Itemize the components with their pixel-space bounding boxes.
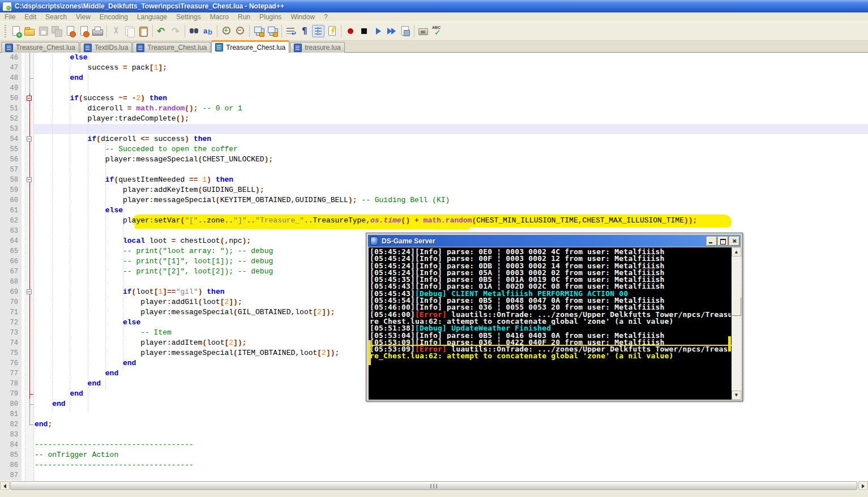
tab-1-treasure-chest-lua[interactable]: Treasure_Chest.lua bbox=[1, 42, 79, 53]
fold-margin[interactable] bbox=[25, 216, 34, 226]
menu-encoding[interactable]: Encoding bbox=[95, 12, 132, 22]
fold-margin[interactable] bbox=[25, 93, 34, 104]
tab-2-textids-lua[interactable]: TextIDs.lua bbox=[80, 42, 132, 53]
fold-margin[interactable] bbox=[25, 307, 34, 318]
fold-margin[interactable] bbox=[25, 409, 34, 419]
fold-margin[interactable] bbox=[25, 124, 34, 134]
fold-margin[interactable] bbox=[25, 246, 34, 256]
fold-margin[interactable] bbox=[25, 470, 34, 481]
fold-margin[interactable] bbox=[25, 297, 34, 307]
fold-margin[interactable] bbox=[25, 450, 34, 460]
menu-macro[interactable]: Macro bbox=[206, 12, 233, 22]
scroll-right-button[interactable] bbox=[858, 481, 868, 490]
fold-margin[interactable] bbox=[25, 399, 34, 409]
paste-icon[interactable] bbox=[137, 25, 149, 37]
fold-margin[interactable] bbox=[25, 419, 34, 430]
fold-margin[interactable] bbox=[25, 440, 34, 450]
scroll-down-button[interactable]: ▼ bbox=[732, 391, 741, 400]
zoom-in-icon[interactable] bbox=[220, 25, 233, 37]
show-all-chars-icon[interactable] bbox=[298, 25, 311, 37]
print-icon[interactable] bbox=[91, 25, 104, 37]
scrollbar-thumb[interactable] bbox=[732, 297, 741, 316]
scrollbar-thumb[interactable] bbox=[10, 481, 857, 490]
tab-3-treasure-chest-lua[interactable]: Treasure_Chest.lua bbox=[132, 42, 211, 53]
fold-collapse-box[interactable] bbox=[27, 136, 32, 142]
maximize-button[interactable] bbox=[718, 237, 728, 246]
scrollbar-grip[interactable] bbox=[430, 484, 437, 489]
spell-check-icon[interactable] bbox=[431, 25, 443, 37]
menu-settings[interactable]: Settings bbox=[172, 12, 205, 22]
macro-save-icon[interactable] bbox=[399, 25, 411, 37]
fold-collapse-box[interactable] bbox=[27, 289, 32, 294]
close-all-icon[interactable] bbox=[78, 25, 90, 37]
horizontal-scrollbar[interactable] bbox=[0, 481, 868, 490]
fold-margin[interactable] bbox=[25, 73, 34, 83]
fold-margin[interactable] bbox=[25, 369, 34, 379]
fold-margin[interactable] bbox=[25, 389, 34, 399]
replace-icon[interactable] bbox=[202, 25, 214, 37]
fold-margin[interactable] bbox=[25, 155, 34, 165]
fold-margin[interactable] bbox=[25, 358, 34, 369]
doc-monitor-icon[interactable] bbox=[417, 25, 430, 37]
menu-run[interactable]: Run bbox=[233, 12, 255, 22]
fold-collapse-box[interactable] bbox=[27, 96, 32, 101]
find-icon[interactable] bbox=[188, 25, 200, 37]
open-file-icon[interactable] bbox=[23, 25, 36, 37]
indent-guide-icon[interactable] bbox=[312, 25, 324, 37]
close-file-icon[interactable] bbox=[64, 25, 76, 37]
macro-multi-icon[interactable] bbox=[385, 25, 397, 37]
fold-margin[interactable] bbox=[25, 256, 34, 267]
fold-margin[interactable] bbox=[25, 175, 34, 185]
sync-horizontal-icon[interactable] bbox=[266, 25, 279, 37]
fold-margin[interactable] bbox=[25, 185, 34, 195]
fold-margin[interactable] bbox=[25, 63, 34, 73]
fold-margin[interactable] bbox=[25, 53, 34, 63]
fold-margin[interactable] bbox=[25, 104, 34, 114]
fold-margin[interactable] bbox=[25, 226, 34, 236]
menu-file[interactable]: File bbox=[0, 12, 20, 22]
sync-vertical-icon[interactable] bbox=[253, 25, 265, 37]
console-scrollbar[interactable]: ▲ ▼ bbox=[732, 247, 741, 400]
scroll-up-button[interactable]: ▲ bbox=[732, 247, 741, 256]
fold-margin[interactable] bbox=[25, 236, 34, 246]
minimize-button[interactable] bbox=[707, 237, 717, 246]
toolbar-grip[interactable] bbox=[5, 25, 6, 37]
fold-margin[interactable] bbox=[25, 430, 34, 440]
new-file-icon[interactable] bbox=[10, 25, 22, 37]
fold-margin[interactable] bbox=[25, 267, 34, 277]
fold-margin[interactable] bbox=[25, 277, 34, 287]
tab-5-treasure-lua[interactable]: treasure.lua bbox=[290, 42, 344, 53]
menu-view[interactable]: View bbox=[71, 12, 95, 22]
menu-language[interactable]: Language bbox=[132, 12, 172, 22]
ds-game-server-window[interactable]: DS-Game Server [05:45:24][Info] parse: 0… bbox=[366, 233, 743, 401]
macro-record-icon[interactable] bbox=[344, 25, 357, 37]
menu-edit[interactable]: Edit bbox=[20, 12, 41, 22]
tab-4-treasure-chest-lua[interactable]: Treasure_Chest.lua bbox=[211, 40, 289, 53]
scroll-left-button[interactable] bbox=[0, 481, 10, 490]
fold-margin[interactable] bbox=[25, 83, 34, 93]
fold-margin[interactable] bbox=[25, 348, 34, 358]
macro-stop-icon[interactable] bbox=[358, 25, 370, 37]
fold-margin[interactable] bbox=[25, 144, 34, 155]
fold-margin[interactable] bbox=[25, 205, 34, 216]
word-wrap-icon[interactable] bbox=[285, 25, 297, 37]
fold-margin[interactable] bbox=[25, 460, 34, 470]
fold-collapse-box[interactable] bbox=[27, 177, 32, 182]
close-button[interactable] bbox=[729, 237, 739, 246]
undo-icon[interactable] bbox=[156, 25, 168, 37]
fold-margin[interactable] bbox=[25, 287, 34, 297]
fold-margin[interactable] bbox=[25, 134, 34, 144]
fold-margin[interactable] bbox=[25, 195, 34, 205]
fold-margin[interactable] bbox=[25, 379, 34, 389]
fold-margin[interactable] bbox=[25, 165, 34, 175]
fold-margin[interactable] bbox=[25, 338, 34, 348]
console-title-bar[interactable]: DS-Game Server bbox=[368, 235, 741, 247]
fold-margin[interactable] bbox=[25, 318, 34, 328]
function-list-icon[interactable] bbox=[326, 25, 338, 37]
menu-window[interactable]: Window bbox=[286, 12, 319, 22]
zoom-out-icon[interactable] bbox=[234, 25, 246, 37]
menu-plugins[interactable]: Plugins bbox=[255, 12, 286, 22]
fold-margin[interactable] bbox=[25, 114, 34, 124]
macro-play-icon[interactable] bbox=[371, 25, 384, 37]
fold-margin[interactable] bbox=[25, 328, 34, 338]
